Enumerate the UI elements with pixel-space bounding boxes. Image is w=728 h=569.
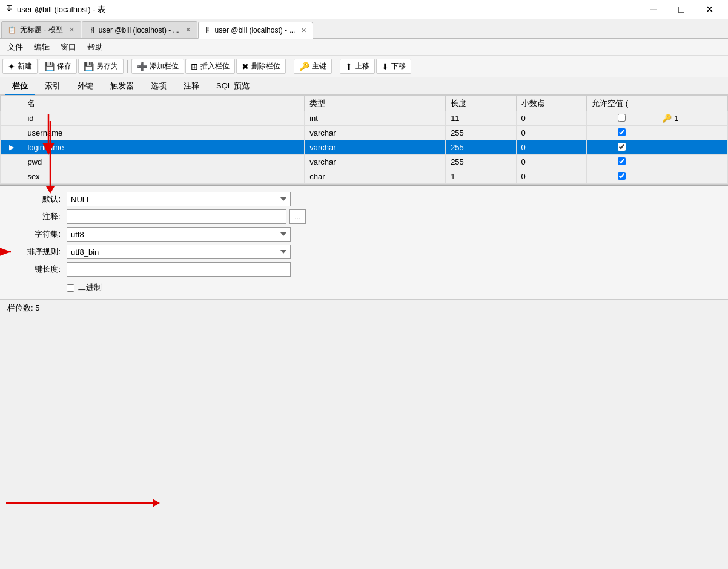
toolbar-sep-3 xyxy=(336,60,336,73)
save-button[interactable]: 💾 保存 xyxy=(39,59,77,74)
cell-nullable[interactable] xyxy=(587,111,657,126)
cell-nullable[interactable] xyxy=(587,140,657,155)
saveas-button[interactable]: 💾 另存为 xyxy=(78,59,124,74)
table-row[interactable]: ▶loginnamevarchar2550 xyxy=(1,140,728,155)
cell-type[interactable]: varchar xyxy=(305,126,446,140)
cell-length[interactable]: 11 xyxy=(446,111,516,126)
default-select[interactable]: NULL xyxy=(67,192,291,206)
nullable-checkbox[interactable] xyxy=(618,128,626,136)
save-icon: 💾 xyxy=(44,62,55,71)
table-row[interactable]: sexchar10 xyxy=(1,169,728,184)
cell-nullable[interactable] xyxy=(587,126,657,140)
tab-3-close[interactable]: ✕ xyxy=(301,27,306,35)
menu-edit[interactable]: 编辑 xyxy=(29,40,55,54)
col-type-header[interactable]: 类型 xyxy=(305,96,446,111)
tab-2[interactable]: 🗄 user @bill (localhost) - ... ✕ xyxy=(82,21,197,38)
cell-length[interactable]: 255 xyxy=(446,126,516,140)
add-column-label: 添加栏位 xyxy=(150,61,179,71)
tab-2-close[interactable]: ✕ xyxy=(185,26,191,34)
cell-nullable[interactable] xyxy=(587,169,657,184)
window-title: user @bill (localhost) - 表 xyxy=(17,4,105,15)
nullable-checkbox[interactable] xyxy=(618,172,626,180)
col-name-header[interactable]: 名 xyxy=(22,96,305,111)
move-down-button[interactable]: ⬇ 下移 xyxy=(376,59,411,74)
cell-decimal[interactable]: 0 xyxy=(516,140,586,155)
subtab-columns[interactable]: 栏位 xyxy=(5,78,35,95)
cell-decimal[interactable]: 0 xyxy=(516,155,586,169)
toolbar: ✦ 新建 💾 保存 💾 另存为 ➕ 添加栏位 ⊞ 插入栏位 ✖ 删除栏位 🔑 主… xyxy=(0,56,728,77)
col-length-header[interactable]: 长度 xyxy=(446,96,516,111)
menu-bar: 文件 编辑 窗口 帮助 xyxy=(0,39,728,56)
cell-type[interactable]: varchar xyxy=(305,155,446,169)
cell-name[interactable]: loginname xyxy=(22,140,305,155)
move-up-label: 上移 xyxy=(355,61,369,71)
move-up-button[interactable]: ⬆ 上移 xyxy=(340,59,375,74)
tab-3[interactable]: 🗄 user @bill (localhost) - ... ✕ xyxy=(198,22,314,39)
cell-length[interactable]: 1 xyxy=(446,169,516,184)
cell-decimal[interactable]: 0 xyxy=(516,169,586,184)
cell-decimal[interactable]: 0 xyxy=(516,126,586,140)
cell-type[interactable]: char xyxy=(305,169,446,184)
col-indicator-header xyxy=(1,96,22,111)
insert-column-button[interactable]: ⊞ 插入栏位 xyxy=(185,59,235,74)
minimize-button[interactable]: ─ xyxy=(640,0,667,19)
cell-name[interactable]: id xyxy=(22,111,305,126)
cell-key xyxy=(657,126,728,140)
table-row[interactable]: idint110🔑 1 xyxy=(1,111,728,126)
new-button[interactable]: ✦ 新建 xyxy=(2,59,38,74)
subtab-triggers[interactable]: 触发器 xyxy=(103,78,141,95)
table-row[interactable]: usernamevarchar2550 xyxy=(1,126,728,140)
menu-file[interactable]: 文件 xyxy=(2,40,28,54)
tab-1-close[interactable]: ✕ xyxy=(69,26,74,34)
subtab-comments[interactable]: 注释 xyxy=(176,78,207,95)
saveas-icon: 💾 xyxy=(84,62,94,71)
nullable-checkbox[interactable] xyxy=(618,157,626,165)
binary-label[interactable]: 二进制 xyxy=(78,282,102,293)
collation-label: 排序规则: xyxy=(10,246,64,257)
tab-3-label: user @bill (localhost) - ... xyxy=(215,26,296,35)
cell-name[interactable]: pwd xyxy=(22,155,305,169)
subtab-foreignkeys[interactable]: 外键 xyxy=(70,78,101,95)
keylength-input[interactable] xyxy=(67,262,291,277)
cell-decimal[interactable]: 0 xyxy=(516,111,586,126)
primary-key-label: 主键 xyxy=(312,61,326,71)
col-key-header xyxy=(657,96,728,111)
cell-length[interactable]: 255 xyxy=(446,155,516,169)
cell-type[interactable]: varchar xyxy=(305,140,446,155)
add-column-button[interactable]: ➕ 添加栏位 xyxy=(131,59,184,74)
saveas-label: 另存为 xyxy=(96,61,118,71)
table-row[interactable]: pwdvarchar2550 xyxy=(1,155,728,169)
cell-type[interactable]: int xyxy=(305,111,446,126)
comment-input[interactable] xyxy=(67,209,286,224)
table-wrapper[interactable]: 名 类型 长度 小数点 允许空值 ( idint110🔑 1usernameva… xyxy=(0,96,728,185)
subtab-sql-preview[interactable]: SQL 预览 xyxy=(209,78,257,95)
subtab-options[interactable]: 选项 xyxy=(144,78,174,95)
subtab-indexes[interactable]: 索引 xyxy=(38,78,68,95)
col-decimal-header[interactable]: 小数点 xyxy=(516,96,586,111)
binary-checkbox[interactable] xyxy=(67,284,74,292)
tab-bar: 📋 无标题 - 模型 ✕ 🗄 user @bill (localhost) - … xyxy=(0,19,728,39)
toolbar-sep-2 xyxy=(290,60,290,73)
maximize-button[interactable]: □ xyxy=(667,0,695,19)
menu-window[interactable]: 窗口 xyxy=(56,40,81,54)
cell-key xyxy=(657,169,728,184)
keylength-label: 键长度: xyxy=(10,264,64,275)
cell-name[interactable]: username xyxy=(22,126,305,140)
cell-length[interactable]: 255 xyxy=(446,140,516,155)
charset-select[interactable]: utf8 xyxy=(67,227,291,242)
close-button[interactable]: ✕ xyxy=(695,0,723,19)
nullable-checkbox[interactable] xyxy=(618,114,626,122)
primary-key-button[interactable]: 🔑 主键 xyxy=(294,59,332,74)
cell-nullable[interactable] xyxy=(587,155,657,169)
tab-1[interactable]: 📋 无标题 - 模型 ✕ xyxy=(1,21,81,38)
cell-name[interactable]: sex xyxy=(22,169,305,184)
comment-dots-button[interactable]: ... xyxy=(289,209,306,224)
delete-column-button[interactable]: ✖ 删除栏位 xyxy=(236,59,286,74)
new-icon: ✦ xyxy=(8,62,15,71)
save-label: 保存 xyxy=(57,61,71,71)
col-null-header[interactable]: 允许空值 ( xyxy=(587,96,657,111)
svg-marker-5 xyxy=(153,499,160,507)
collation-select[interactable]: utf8_bin xyxy=(67,245,291,259)
menu-help[interactable]: 帮助 xyxy=(82,40,108,54)
nullable-checkbox[interactable] xyxy=(618,143,626,151)
